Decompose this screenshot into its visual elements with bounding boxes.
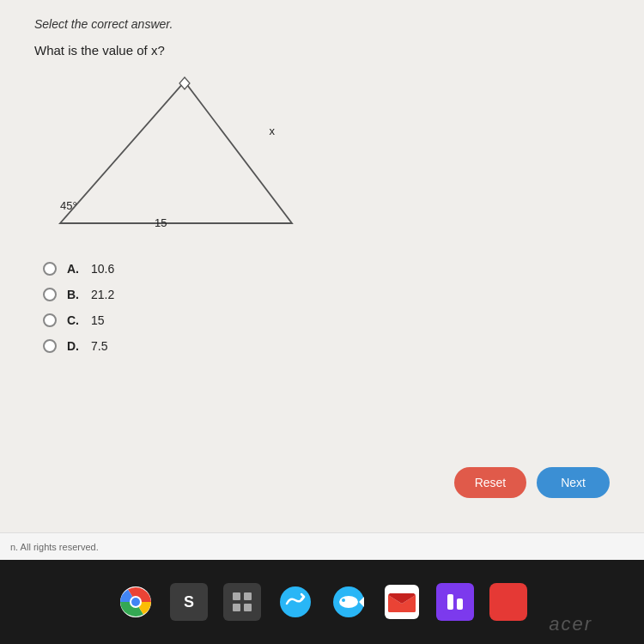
- option-b-letter: B.: [67, 288, 81, 301]
- svg-point-11: [339, 596, 358, 608]
- footer-text: n. All rights reserved.: [10, 542, 99, 552]
- option-d-letter: D.: [67, 339, 81, 353]
- option-d-radio[interactable]: [43, 339, 57, 353]
- option-b-row[interactable]: B. 21.2: [43, 288, 610, 301]
- gmail-taskbar-icon[interactable]: [383, 583, 421, 621]
- base-label: 15: [155, 216, 167, 229]
- buttons-row: Reset Next: [454, 467, 610, 498]
- svg-rect-6: [244, 592, 252, 600]
- main-content: Select the correct answer. What is the v…: [0, 0, 644, 532]
- triangle-diagram: 45° 15 x: [52, 73, 309, 245]
- angle-label: 45°: [60, 199, 77, 212]
- svg-rect-5: [233, 592, 240, 600]
- svg-rect-18: [457, 598, 463, 610]
- footer-bar: n. All rights reserved.: [0, 532, 644, 560]
- red-taskbar-icon[interactable]: [489, 583, 527, 621]
- svg-rect-8: [244, 604, 252, 611]
- taskbar-wrapper: S: [0, 560, 644, 644]
- option-c-value: 15: [91, 313, 105, 327]
- fish-taskbar-icon[interactable]: [330, 583, 368, 621]
- chrome-taskbar-icon[interactable]: [117, 583, 155, 621]
- svg-rect-16: [443, 590, 467, 614]
- svg-rect-7: [233, 604, 240, 611]
- purple-taskbar-icon[interactable]: [436, 583, 474, 621]
- option-c-letter: C.: [67, 313, 81, 327]
- option-c-radio[interactable]: [43, 313, 57, 327]
- svg-marker-0: [60, 82, 292, 223]
- svg-point-13: [342, 598, 345, 602]
- svg-point-9: [280, 586, 311, 617]
- option-a-row[interactable]: A. 10.6: [43, 262, 610, 276]
- acer-brand-label: acer: [549, 613, 592, 635]
- question-text: What is the value of x?: [34, 43, 610, 58]
- option-a-value: 10.6: [91, 262, 114, 276]
- triangle-svg: [52, 73, 309, 245]
- option-a-letter: A.: [67, 262, 81, 276]
- options-container: A. 10.6 B. 21.2 C. 15 D. 7.5: [43, 262, 610, 353]
- option-c-row[interactable]: C. 15: [43, 313, 610, 327]
- arrow-taskbar-icon[interactable]: [276, 583, 314, 621]
- side-label: x: [270, 125, 276, 137]
- grid-taskbar-icon[interactable]: [223, 583, 261, 621]
- svg-point-4: [131, 598, 140, 606]
- option-b-radio[interactable]: [43, 288, 57, 301]
- next-button[interactable]: Next: [537, 467, 610, 498]
- s-taskbar-icon[interactable]: S: [170, 583, 208, 621]
- svg-rect-17: [447, 594, 453, 610]
- reset-button[interactable]: Reset: [454, 467, 527, 498]
- option-a-radio[interactable]: [43, 262, 57, 276]
- instruction-text: Select the correct answer.: [34, 17, 610, 31]
- option-d-row[interactable]: D. 7.5: [43, 339, 610, 353]
- option-d-value: 7.5: [91, 339, 107, 353]
- taskbar: S: [0, 560, 644, 644]
- option-b-value: 21.2: [91, 288, 114, 301]
